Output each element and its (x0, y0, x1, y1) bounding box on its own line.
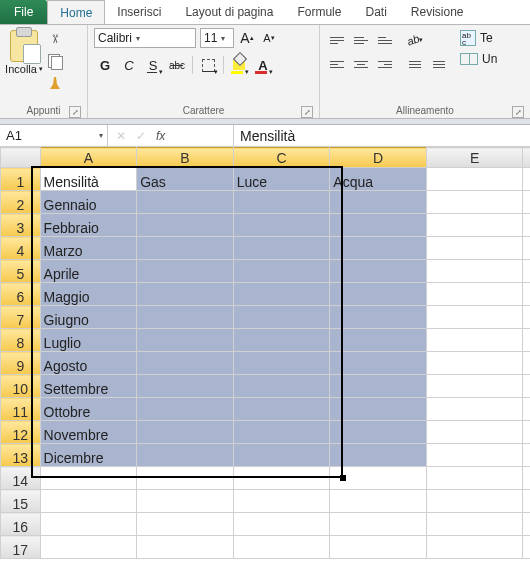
cell-B11[interactable] (137, 398, 234, 421)
row-header-12[interactable]: 12 (1, 421, 41, 444)
cell-F16[interactable] (523, 513, 530, 536)
row-header-3[interactable]: 3 (1, 214, 41, 237)
row-header-16[interactable]: 16 (1, 513, 41, 536)
cell-C12[interactable] (233, 421, 330, 444)
col-header-A[interactable]: A (40, 148, 137, 168)
cell-F2[interactable] (523, 191, 530, 214)
font-launcher[interactable]: ⤢ (301, 106, 313, 118)
cell-E8[interactable] (426, 329, 523, 352)
cell-F15[interactable] (523, 490, 530, 513)
cell-D11[interactable] (330, 398, 427, 421)
cell-B14[interactable] (137, 467, 234, 490)
row-header-10[interactable]: 10 (1, 375, 41, 398)
cell-E1[interactable] (426, 168, 523, 191)
cell-D8[interactable] (330, 329, 427, 352)
tab-inserisci[interactable]: Inserisci (105, 0, 173, 24)
cell-F8[interactable] (523, 329, 530, 352)
tab-dati[interactable]: Dati (353, 0, 398, 24)
formula-input[interactable]: Mensilità (234, 125, 530, 146)
cell-A15[interactable] (40, 490, 137, 513)
paste-button[interactable]: Incolla▾ (6, 28, 42, 91)
fx-icon[interactable]: fx (156, 129, 165, 143)
copy-button[interactable] (46, 53, 64, 69)
clipboard-launcher[interactable]: ⤢ (69, 106, 81, 118)
row-header-6[interactable]: 6 (1, 283, 41, 306)
cell-F4[interactable] (523, 237, 530, 260)
cell-F1[interactable] (523, 168, 530, 191)
cell-F3[interactable] (523, 214, 530, 237)
cell-C9[interactable] (233, 352, 330, 375)
font-size-combo[interactable]: 11▾ (200, 28, 234, 48)
cell-F12[interactable] (523, 421, 530, 444)
cell-C13[interactable] (233, 444, 330, 467)
cell-E14[interactable] (426, 467, 523, 490)
cell-D9[interactable] (330, 352, 427, 375)
row-header-2[interactable]: 2 (1, 191, 41, 214)
cell-A1[interactable]: Mensilità (40, 168, 137, 191)
tab-home[interactable]: Home (47, 0, 105, 24)
cell-E6[interactable] (426, 283, 523, 306)
cell-A10[interactable]: Settembre (40, 375, 137, 398)
col-header-B[interactable]: B (137, 148, 234, 168)
cell-B7[interactable] (137, 306, 234, 329)
cell-C16[interactable] (233, 513, 330, 536)
align-center-button[interactable] (350, 54, 372, 74)
shrink-font-button[interactable]: A▾ (260, 28, 278, 48)
cell-A11[interactable]: Ottobre (40, 398, 137, 421)
indent-increase-button[interactable] (428, 54, 450, 74)
cell-D2[interactable] (330, 191, 427, 214)
cell-A7[interactable]: Giugno (40, 306, 137, 329)
cell-A8[interactable]: Luglio (40, 329, 137, 352)
cell-D15[interactable] (330, 490, 427, 513)
cell-D13[interactable] (330, 444, 427, 467)
align-top-button[interactable] (326, 30, 348, 50)
align-left-button[interactable] (326, 54, 348, 74)
row-header-9[interactable]: 9 (1, 352, 41, 375)
cell-C2[interactable] (233, 191, 330, 214)
name-box[interactable]: A1▾ (0, 125, 108, 146)
row-header-14[interactable]: 14 (1, 467, 41, 490)
row-header-17[interactable]: 17 (1, 536, 41, 559)
cell-E17[interactable] (426, 536, 523, 559)
col-header-F[interactable]: F (523, 148, 530, 168)
tab-file[interactable]: File (0, 0, 47, 24)
cell-B5[interactable] (137, 260, 234, 283)
cell-E9[interactable] (426, 352, 523, 375)
cell-D6[interactable] (330, 283, 427, 306)
cell-B10[interactable] (137, 375, 234, 398)
cell-C8[interactable] (233, 329, 330, 352)
font-color-button[interactable]: A▾ (252, 54, 274, 76)
cell-A6[interactable]: Maggio (40, 283, 137, 306)
cell-C4[interactable] (233, 237, 330, 260)
cell-F5[interactable] (523, 260, 530, 283)
cell-E15[interactable] (426, 490, 523, 513)
cell-F17[interactable] (523, 536, 530, 559)
cell-F14[interactable] (523, 467, 530, 490)
cell-B17[interactable] (137, 536, 234, 559)
orientation-button[interactable]: ab▾ (404, 30, 426, 50)
cell-D17[interactable] (330, 536, 427, 559)
cell-C10[interactable] (233, 375, 330, 398)
cell-B13[interactable] (137, 444, 234, 467)
col-header-C[interactable]: C (233, 148, 330, 168)
cell-D10[interactable] (330, 375, 427, 398)
indent-decrease-button[interactable] (404, 54, 426, 74)
cell-B8[interactable] (137, 329, 234, 352)
align-middle-button[interactable] (350, 30, 372, 50)
tab-formule[interactable]: Formule (285, 0, 353, 24)
cell-C3[interactable] (233, 214, 330, 237)
cell-D3[interactable] (330, 214, 427, 237)
cell-F13[interactable] (523, 444, 530, 467)
cell-B2[interactable] (137, 191, 234, 214)
cell-C15[interactable] (233, 490, 330, 513)
italic-button[interactable]: C (118, 54, 140, 76)
cell-B12[interactable] (137, 421, 234, 444)
cell-A5[interactable]: Aprile (40, 260, 137, 283)
underline-button[interactable]: S▾ (142, 54, 164, 76)
cell-B9[interactable] (137, 352, 234, 375)
cell-E12[interactable] (426, 421, 523, 444)
cell-B1[interactable]: Gas (137, 168, 234, 191)
cell-B15[interactable] (137, 490, 234, 513)
cell-C1[interactable]: Luce (233, 168, 330, 191)
col-header-D[interactable]: D (330, 148, 427, 168)
